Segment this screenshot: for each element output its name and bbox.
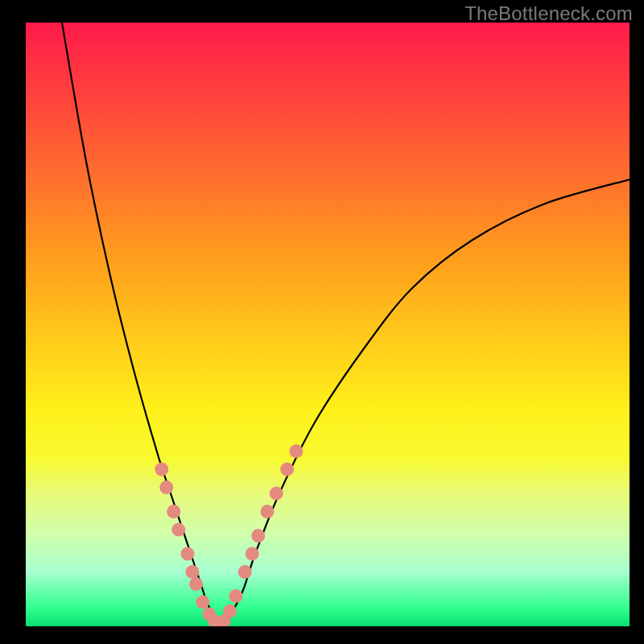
bead-marker: [270, 487, 283, 501]
bead-marker: [280, 463, 294, 477]
bead-marker: [189, 577, 203, 591]
watermark-text: TheBottleneck.com: [464, 2, 633, 25]
bottleneck-curve: [62, 23, 630, 625]
plot-area: [26, 23, 630, 626]
bead-marker: [223, 605, 237, 618]
curve-svg: [26, 23, 630, 626]
chart-container: TheBottleneck.com: [0, 0, 644, 644]
bead-marker: [181, 547, 195, 561]
bead-marker: [155, 463, 168, 477]
bead-marker: [171, 523, 185, 537]
bead-marker: [261, 505, 275, 518]
bead-marker: [196, 596, 209, 609]
bead-markers: [155, 444, 303, 626]
bead-marker: [251, 529, 265, 543]
bead-marker: [229, 589, 243, 603]
bead-marker: [186, 565, 200, 579]
bead-marker: [159, 481, 173, 494]
bead-marker: [246, 547, 259, 561]
bead-marker: [167, 505, 180, 518]
bead-marker: [290, 444, 303, 458]
bead-marker: [238, 565, 252, 579]
